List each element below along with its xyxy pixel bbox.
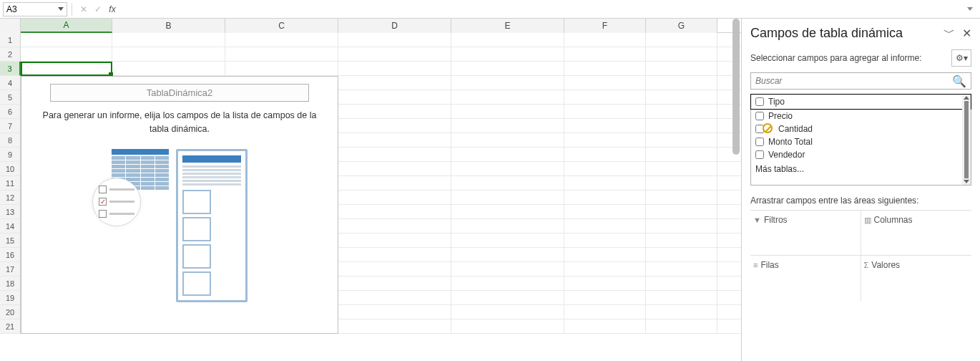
column-header-d[interactable]: D [338, 19, 451, 33]
field-checkbox[interactable] [755, 112, 764, 120]
drag-areas-label: Arrastrar campos entre las áreas siguien… [750, 196, 971, 206]
row-header[interactable]: 15 [0, 234, 21, 248]
panel-settings-button[interactable]: ⚙▾ [951, 49, 971, 67]
no-drop-cursor-icon [763, 123, 773, 133]
row-header[interactable]: 6 [0, 105, 21, 119]
area-label: Valores [871, 260, 900, 270]
insert-function-button[interactable]: fx [105, 2, 119, 16]
name-box-value: A3 [6, 4, 17, 14]
row-header[interactable]: 1 [0, 33, 21, 47]
formula-input[interactable] [124, 2, 967, 16]
pivottable-illustration: ✓ [24, 149, 335, 302]
gear-icon: ⚙ [956, 53, 964, 63]
row-header[interactable]: 9 [0, 148, 21, 162]
row-header[interactable]: 7 [0, 119, 21, 133]
field-checkbox[interactable] [755, 138, 764, 146]
column-header-g[interactable]: G [646, 19, 717, 33]
field-label: Vendedor [768, 150, 805, 160]
rows-icon: ≡ [753, 261, 758, 269]
area-values[interactable]: ΣValores [861, 256, 972, 301]
column-header-f[interactable]: F [564, 19, 646, 33]
row-header[interactable]: 14 [0, 219, 21, 234]
panel-title: Campos de tabla dinámica [750, 26, 903, 41]
row-header[interactable]: 8 [0, 133, 21, 148]
area-rows[interactable]: ≡Filas [750, 256, 861, 301]
field-item-precio[interactable]: Precio [751, 110, 971, 122]
field-label: Precio [768, 111, 793, 121]
row-header[interactable]: 10 [0, 162, 21, 176]
scroll-down-icon[interactable] [964, 180, 969, 183]
field-label: Monto Total [768, 137, 813, 147]
columns-icon: ▥ [864, 216, 871, 224]
row-header[interactable]: 18 [0, 276, 21, 291]
row-header[interactable]: 21 [0, 319, 21, 334]
row-header[interactable]: 13 [0, 205, 21, 219]
area-label: Filas [760, 260, 778, 270]
field-item-cantidad[interactable]: Cantidad [751, 122, 971, 135]
pivottable-fields-panel: Campos de tabla dinámica ﹀ ✕ Seleccionar… [741, 19, 980, 361]
area-label: Filtros [764, 215, 788, 225]
area-label: Columnas [874, 215, 913, 225]
x-icon: ✕ [80, 4, 87, 14]
separator [72, 3, 72, 16]
formula-bar: A3 ✕ ✓ fx [0, 0, 980, 19]
field-label: Tipo [768, 97, 785, 107]
cancel-formula-button[interactable]: ✕ [77, 2, 91, 16]
field-list-scrollbar[interactable] [962, 95, 971, 185]
panel-subtitle: Seleccionar campos para agregar al infor… [750, 53, 921, 63]
illustration-checklist-icon: ✓ [92, 178, 141, 226]
column-header-a[interactable]: A [21, 19, 112, 33]
confirm-formula-button[interactable]: ✓ [91, 2, 105, 16]
row-header[interactable]: 12 [0, 191, 21, 205]
drop-areas: ▼Filtros ▥Columnas ≡Filas ΣValores [750, 210, 971, 301]
scrollbar-thumb[interactable] [964, 101, 969, 178]
field-item-vendedor[interactable]: Vendedor [751, 148, 971, 161]
expand-formula-bar-icon[interactable] [967, 7, 973, 11]
column-header-b[interactable]: B [112, 19, 225, 33]
column-header-e[interactable]: E [451, 19, 564, 33]
name-box[interactable]: A3 [3, 2, 67, 16]
field-label: Cantidad [778, 124, 813, 134]
scrollbar-thumb[interactable] [732, 19, 740, 155]
row-header[interactable]: 3 [0, 62, 21, 76]
row-header[interactable]: 17 [0, 262, 21, 276]
pivottable-hint: Para generar un informe, elija los campo… [24, 109, 335, 136]
row-headers: 1 2 3 4 5 6 7 8 9 10 11 12 13 14 15 16 1… [0, 33, 21, 334]
search-icon: 🔍 [952, 74, 966, 88]
field-list: Tipo Precio Cantidad Monto Total Vendedo… [750, 94, 971, 186]
values-icon: Σ [864, 261, 869, 269]
illustration-card-icon [176, 149, 248, 302]
area-columns[interactable]: ▥Columnas [861, 211, 972, 256]
scroll-up-icon[interactable] [964, 96, 969, 100]
field-checkbox[interactable] [755, 150, 764, 159]
fx-label: fx [109, 4, 115, 14]
column-headers: A B C D E F G [0, 19, 741, 33]
more-tables-link[interactable]: Más tablas... [751, 161, 971, 177]
search-input[interactable] [755, 76, 952, 86]
filter-icon: ▼ [753, 216, 761, 224]
worksheet-grid[interactable]: A B C D E F G 1 2 3 4 5 6 7 8 9 10 11 12… [0, 19, 741, 361]
collapse-panel-icon[interactable]: ﹀ [944, 26, 955, 41]
row-header[interactable]: 5 [0, 90, 21, 105]
vertical-scrollbar[interactable] [731, 19, 741, 361]
field-search[interactable]: 🔍 [750, 72, 971, 90]
close-panel-icon[interactable]: ✕ [962, 27, 971, 40]
row-header[interactable]: 20 [0, 305, 21, 319]
field-item-tipo[interactable]: Tipo [750, 94, 971, 110]
select-all-corner[interactable] [0, 19, 21, 33]
pivottable-placeholder: TablaDinámica2 Para generar un informe, … [21, 76, 338, 334]
area-filters[interactable]: ▼Filtros [750, 211, 861, 256]
row-header[interactable]: 2 [0, 47, 21, 62]
check-icon: ✓ [94, 4, 102, 14]
row-header[interactable]: 19 [0, 291, 21, 305]
pivottable-name: TablaDinámica2 [50, 84, 309, 102]
row-header[interactable]: 11 [0, 176, 21, 191]
row-header[interactable]: 16 [0, 248, 21, 262]
field-checkbox[interactable] [755, 97, 764, 106]
column-header-c[interactable]: C [225, 19, 338, 33]
row-header[interactable]: 4 [0, 76, 21, 90]
chevron-down-icon[interactable] [58, 7, 64, 11]
field-item-monto-total[interactable]: Monto Total [751, 135, 971, 148]
